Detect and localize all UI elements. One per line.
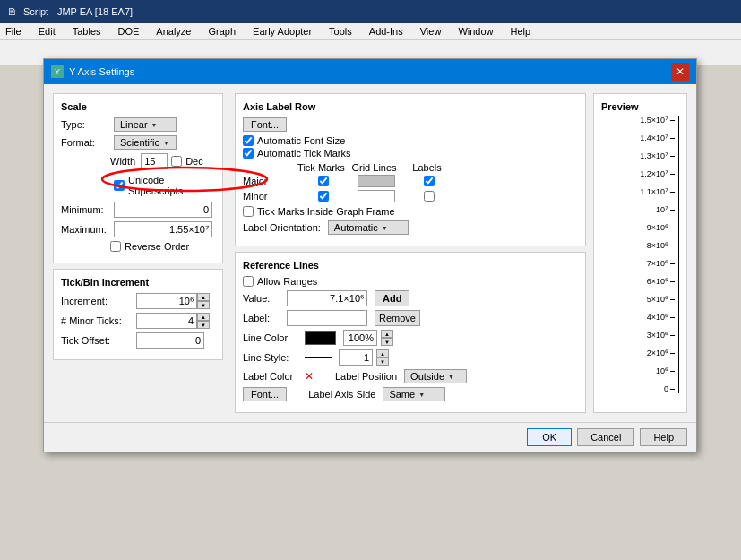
menu-file[interactable]: File: [4, 25, 23, 38]
auto-tick-marks-checkbox[interactable]: [243, 148, 254, 159]
scale-section-title: Scale: [61, 101, 215, 112]
label-position-value: Outside: [410, 371, 444, 382]
orientation-dropdown-arrow: ▼: [382, 225, 388, 231]
menu-analyze[interactable]: Analyze: [154, 25, 193, 38]
format-dropdown[interactable]: Scientific ▼: [114, 135, 177, 150]
minor-ticks-down-btn[interactable]: ▼: [197, 321, 210, 329]
label-position-label: Label Position: [335, 371, 397, 382]
minor-label: Minor: [243, 191, 295, 202]
type-dropdown[interactable]: Linear ▼: [114, 117, 177, 132]
auto-tick-marks-label: Automatic Tick Marks: [257, 148, 351, 159]
remove-button[interactable]: Remove: [375, 310, 420, 326]
value-input[interactable]: [287, 290, 367, 306]
menu-early-adopter[interactable]: Early Adopter: [251, 25, 314, 38]
unicode-superscripts-label: Unicode Superscripts: [128, 175, 211, 196]
color-pct-up-btn[interactable]: ▲: [381, 330, 393, 338]
allow-ranges-checkbox[interactable]: [243, 276, 254, 287]
line-color-pct-input[interactable]: [343, 330, 377, 346]
menu-addins[interactable]: Add-Ins: [367, 25, 405, 38]
preview-tick-13: 2×10⁶: [647, 349, 675, 358]
color-pct-down-btn[interactable]: ▼: [381, 338, 393, 346]
label-color-label: Label Color: [243, 371, 301, 382]
maximum-input[interactable]: [114, 221, 212, 237]
preview-tick-3: 1.2×10⁷: [640, 169, 675, 178]
allow-ranges-label: Allow Ranges: [257, 276, 317, 287]
menu-window[interactable]: Window: [456, 25, 495, 38]
ref-label-input[interactable]: [287, 310, 367, 326]
reverse-order-label: Reverse Order: [125, 241, 189, 252]
orientation-label: Label Orientation:: [243, 222, 321, 233]
preview-tick-4: 1.1×10⁷: [640, 187, 675, 196]
label-axis-side-value: Same: [389, 389, 415, 400]
minor-ticks-up-btn[interactable]: ▲: [197, 313, 210, 321]
axis-font-button[interactable]: Font...: [243, 117, 287, 132]
minor-ticks-label: # Minor Ticks:: [61, 315, 133, 326]
dec-checkbox[interactable]: [171, 156, 182, 167]
menu-help[interactable]: Help: [509, 25, 533, 38]
tick-offset-input[interactable]: [136, 332, 204, 349]
preview-tick-8: 7×10⁶: [647, 259, 675, 268]
line-style-input[interactable]: [339, 349, 373, 366]
app-title: Script - JMP EA [18 EA7]: [23, 6, 133, 17]
axis-label-section-title: Axis Label Row: [243, 101, 578, 112]
help-button[interactable]: Help: [640, 428, 687, 446]
minor-labels-checkbox[interactable]: [424, 191, 435, 202]
line-style-up-btn[interactable]: ▲: [376, 349, 389, 358]
increment-down-btn[interactable]: ▼: [197, 301, 210, 309]
width-input[interactable]: [141, 153, 168, 169]
dialog-title-bar: Y Y Axis Settings ✕: [44, 59, 696, 84]
grid-lines-header: Grid Lines: [349, 162, 399, 173]
width-label: Width: [110, 156, 135, 167]
close-button[interactable]: ✕: [671, 63, 689, 81]
tick-inside-label: Tick Marks Inside Graph Frame: [257, 206, 395, 217]
menu-edit[interactable]: Edit: [37, 25, 57, 38]
label-position-dropdown[interactable]: Outside ▼: [404, 369, 467, 383]
unicode-superscripts-checkbox[interactable]: [114, 180, 125, 191]
dialog-icon: Y: [51, 65, 64, 78]
menu-doe[interactable]: DOE: [116, 25, 142, 38]
increment-input[interactable]: [136, 293, 197, 309]
label-axis-side-dropdown[interactable]: Same ▼: [383, 387, 445, 401]
ref-font-button[interactable]: Font...: [243, 387, 287, 401]
label-pos-arrow: ▼: [448, 374, 454, 380]
preview-tick-2: 1.3×10⁷: [640, 151, 675, 160]
orientation-value: Automatic: [334, 222, 378, 233]
increment-label: Increment:: [61, 296, 133, 306]
add-button[interactable]: Add: [375, 290, 409, 306]
format-dropdown-arrow: ▼: [163, 140, 169, 146]
cancel-button[interactable]: Cancel: [577, 428, 634, 446]
tick-inside-checkbox[interactable]: [243, 206, 254, 217]
menu-graph[interactable]: Graph: [206, 25, 237, 38]
type-value: Linear: [120, 119, 148, 130]
ref-label-label: Label:: [243, 313, 283, 323]
menu-view[interactable]: View: [418, 25, 444, 38]
label-axis-side-label: Label Axis Side: [308, 389, 375, 400]
menu-tools[interactable]: Tools: [327, 25, 354, 38]
ok-button[interactable]: OK: [527, 428, 572, 446]
major-grid-lines-box: [358, 175, 395, 187]
dec-label: Dec: [185, 156, 203, 167]
orientation-dropdown[interactable]: Automatic ▼: [328, 220, 409, 235]
preview-tick-11: 4×10⁶: [647, 313, 675, 322]
minor-ticks-input[interactable]: [136, 313, 197, 329]
preview-tick-1: 1.4×10⁷: [640, 134, 675, 142]
tick-section-title: Tick/Bin Increment: [61, 277, 215, 288]
increment-up-btn[interactable]: ▲: [197, 293, 210, 301]
preview-tick-14: 10⁶: [656, 366, 675, 375]
reverse-order-checkbox[interactable]: [110, 241, 121, 252]
minor-tick-marks-checkbox[interactable]: [318, 191, 329, 202]
major-tick-marks-checkbox[interactable]: [318, 176, 329, 186]
line-color-swatch[interactable]: [305, 331, 336, 345]
minimum-label: Minimum:: [61, 204, 110, 215]
dialog-footer: OK Cancel Help: [44, 422, 696, 452]
value-label: Value:: [243, 293, 283, 304]
minimum-input[interactable]: [114, 202, 212, 218]
line-style-down-btn[interactable]: ▼: [376, 358, 389, 366]
preview-tick-5: 10⁷: [656, 205, 675, 214]
label-color-x[interactable]: ✕: [305, 370, 314, 383]
preview-tick-10: 5×10⁶: [647, 295, 675, 304]
auto-font-size-checkbox[interactable]: [243, 135, 254, 146]
major-labels-checkbox[interactable]: [424, 176, 435, 186]
menu-tables[interactable]: Tables: [71, 25, 103, 38]
app-icon: 🖹: [7, 7, 16, 17]
